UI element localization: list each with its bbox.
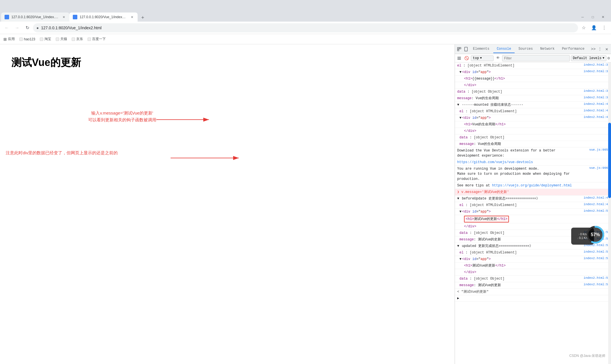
bookmark-jd-label: 京东	[76, 37, 83, 41]
devtools-settings-button[interactable]: ⋮	[597, 46, 603, 53]
source-link-2[interactable]: index2.html:36	[584, 70, 610, 73]
source-link-19[interactable]: index2.html:50	[584, 209, 610, 213]
devtools-link[interactable]: https://github.com/vuejs/vue-devtools	[457, 160, 533, 164]
bookmark-baidu-label: 百度一下	[92, 37, 106, 41]
console-eye-button[interactable]: 👁	[495, 55, 501, 61]
devtools-scrollbar-thumb[interactable]	[608, 123, 611, 198]
tab-2-close[interactable]: ✕	[130, 15, 134, 19]
svg-rect-9	[457, 59, 461, 60]
back-button[interactable]: ←	[2, 23, 11, 32]
bookmark-baidu[interactable]: 百度一下	[88, 37, 106, 41]
source-link-6[interactable]: index2.html:38	[584, 96, 610, 99]
console-line-26: ▼<div id="app"> index2.html:57	[455, 256, 611, 263]
expand-icon-9[interactable]: ▼	[459, 115, 461, 120]
tips-link[interactable]: https://vuejs.org/guide/deployment.html	[492, 184, 572, 188]
svg-rect-4	[457, 49, 459, 51]
tab-1[interactable]: 127.0.0.1:8020/Vue_1/index.ht... ✕	[1, 13, 69, 22]
source-link-30[interactable]: index2.html:59	[584, 283, 610, 286]
progress-label: 57%	[591, 232, 600, 237]
source-link-8[interactable]: index2.html:42	[584, 109, 610, 112]
expand-icon-26[interactable]: ▼	[459, 257, 461, 262]
tab-2[interactable]: 127.0.0.1:8020/Vue_1/index2.h... ✕	[69, 13, 138, 22]
source-link-29[interactable]: index2.html:58	[584, 276, 610, 280]
devtools-tab-network[interactable]: Network	[537, 45, 558, 53]
devtools-more-button[interactable]: >>	[590, 46, 596, 53]
devtools-panel: Elements Console Sources Network Perform…	[455, 44, 611, 364]
console-line-12: data : [object Object]	[455, 134, 611, 141]
devtools-close-button[interactable]: ✕	[604, 46, 610, 53]
profile-button[interactable]: 👤	[589, 23, 598, 32]
toolbar: ← → ↻ ● 127.0.0.1:8020/Vue_1/index2.html…	[0, 22, 611, 34]
devtools-tab-performance[interactable]: Performance	[558, 45, 588, 53]
console-line-14: Download the Vue Devtools extension for …	[455, 147, 611, 159]
address-text: 127.0.0.1:8020/Vue_1/index2.html	[41, 26, 102, 30]
tab-1-title: 127.0.0.1:8020/Vue_1/index.ht...	[11, 15, 59, 19]
source-link-17[interactable]: index2.html:48	[584, 196, 610, 199]
console-line-15c: See more tips at https://vuejs.org/guide…	[455, 182, 611, 189]
bookmark-jd[interactable]: 京东	[72, 37, 83, 41]
red-highlighted-tag: <h1>测试Vue的更新</h1>	[464, 216, 509, 222]
expand-icon-7[interactable]: ▼	[457, 102, 459, 107]
close-button[interactable]: ✕	[598, 13, 608, 22]
console-gear-button[interactable]: ⚙	[608, 56, 610, 61]
expand-icon-19[interactable]: ▼	[459, 209, 461, 214]
maximize-button[interactable]: □	[588, 13, 597, 22]
console-line-1: el : [object HTMLDivElement] index2.html…	[455, 63, 611, 69]
devtools-tab-console[interactable]: Console	[493, 45, 514, 53]
tab-1-close[interactable]: ✕	[61, 15, 66, 19]
context-selector[interactable]: top ▼	[471, 55, 494, 61]
source-link-7[interactable]: index2.html:41	[584, 102, 610, 106]
bookmark-tianmao[interactable]: 天猫	[56, 37, 67, 41]
toolbar-right: ☆ 👤 ⋮	[579, 23, 609, 32]
console-clear-button[interactable]: 🚫	[463, 55, 470, 61]
source-link-26[interactable]: index2.html:57	[584, 257, 610, 260]
bookmark-apps[interactable]: ⊞ 应用	[3, 37, 15, 41]
bookmark-taobao[interactable]: 淘宝	[40, 37, 51, 41]
expand-icon-2[interactable]: ▼	[459, 70, 461, 75]
browser-frame: 127.0.0.1:8020/Vue_1/index.ht... ✕ 127.0…	[0, 0, 611, 364]
watermark: CSDN @Java-呆萌老师	[569, 353, 605, 358]
source-link-18[interactable]: index2.html:49	[584, 203, 610, 206]
bookmark-taobao-icon	[40, 38, 43, 41]
annotation-1-text: 输入v.message='测试Vue的更新'可以看到更新相关的钩子函数被调用	[88, 111, 156, 122]
source-link-9[interactable]: index2.html:43	[584, 115, 610, 119]
console-line-32: ▶	[455, 295, 611, 302]
console-line-16: ❯ v.message='测试Vue的史新'	[455, 189, 611, 195]
bookmark-star-button[interactable]: ☆	[579, 23, 588, 32]
refresh-button[interactable]: ↻	[23, 23, 32, 32]
menu-button[interactable]: ⋮	[600, 23, 609, 32]
source-link-1[interactable]: index2.html:35	[584, 63, 610, 66]
devtools-tab-elements[interactable]: Elements	[470, 45, 493, 53]
tab-bar: 127.0.0.1:8020/Vue_1/index.ht... ✕ 127.0…	[0, 11, 611, 22]
annotation-2-text: 注意此时div里的数据已经变了，但网页上显示的还是之前的	[6, 150, 118, 155]
forward-button[interactable]: →	[13, 23, 22, 32]
expand-icon-32[interactable]: ▶	[457, 296, 459, 301]
bookmark-hao123[interactable]: hao123	[19, 37, 35, 41]
minimize-button[interactable]: ─	[578, 13, 587, 22]
bookmarks-bar: ⊞ 应用 hao123 淘宝 天猫 京东 百度一下	[0, 34, 611, 44]
source-link-5[interactable]: index2.html:37	[584, 89, 610, 93]
source-link-25[interactable]: index2.html:56	[584, 250, 610, 253]
address-bar[interactable]: ● 127.0.0.1:8020/Vue_1/index2.html	[33, 23, 578, 32]
source-link-15[interactable]: vue.js:9064	[589, 166, 610, 170]
devtools-scrollbar[interactable]	[608, 63, 611, 364]
levels-value: Default levels	[573, 56, 602, 60]
new-tab-button[interactable]: +	[139, 14, 147, 22]
devtools-device-button[interactable]	[463, 46, 469, 53]
console-line-15: You are running Vue in development mode.…	[455, 166, 611, 182]
source-link-14[interactable]: vue.js:9055	[589, 148, 610, 151]
console-sidebar-toggle[interactable]	[456, 55, 462, 61]
console-output[interactable]: el : [object HTMLDivElement] index2.html…	[455, 63, 611, 364]
expand-icon-24[interactable]: ▼	[457, 244, 459, 249]
console-line-29: data : [object Object] index2.html:58	[455, 276, 611, 282]
console-filter-input[interactable]	[502, 55, 570, 61]
console-line-19: ▼<div id="app"> index2.html:50	[455, 209, 611, 215]
svg-point-6	[466, 50, 466, 51]
expand-icon-17[interactable]: ▼	[457, 196, 459, 201]
devtools-tab-sources[interactable]: Sources	[515, 45, 536, 53]
annotation-1: 输入v.message='测试Vue的更新'可以看到更新相关的钩子函数被调用	[88, 110, 156, 123]
levels-selector[interactable]: Default levels ▼	[571, 55, 606, 61]
devtools-inspect-button[interactable]	[456, 46, 462, 53]
watermark-text: CSDN @Java-呆萌老师	[569, 354, 605, 358]
page-content: 测试Vue的更新 输入v.message='测试Vue的更新'可以看到更新相关的…	[0, 44, 455, 364]
